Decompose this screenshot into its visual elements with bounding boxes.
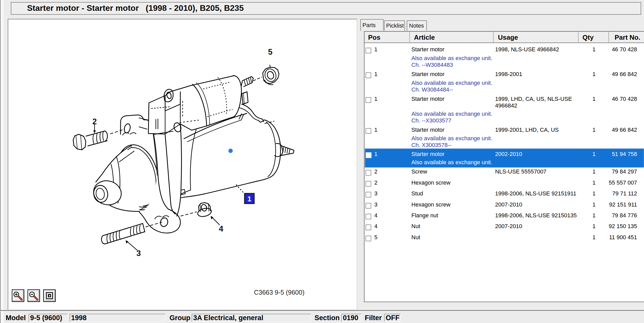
svg-text:C3663 9-5 (9600): C3663 9-5 (9600) bbox=[254, 289, 304, 296]
svg-text:3: 3 bbox=[136, 249, 141, 258]
svg-text:2: 2 bbox=[92, 117, 97, 126]
